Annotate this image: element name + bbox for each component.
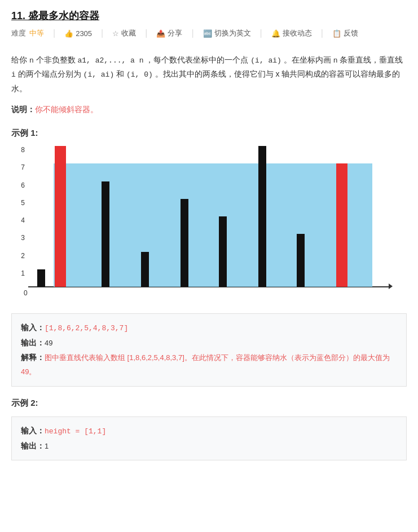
example2-box: 输入：height = [1,1] 输出：1 [11,416,407,460]
likes-item[interactable]: 👍 2305 [64,29,92,38]
translate-label: 切换为英文 [214,28,251,38]
collect-button[interactable]: ☆ 收藏 [112,28,136,38]
y-label-1: 1 [21,269,25,277]
thumbs-up-icon: 👍 [64,29,73,38]
input-label-1: 输入： [21,323,45,332]
y-axis-labels: 8 7 6 5 4 3 2 1 [11,147,27,287]
divider-3: | [145,28,147,38]
input-value-2: height = [1,1] [45,427,106,436]
explain-value-1: 图中垂直线代表输入数组 [1,8,6,2,5,4,8,3,7]。在此情况下，容器… [21,353,390,376]
y-label-7: 7 [21,163,25,171]
y-label-3: 3 [21,234,25,242]
y-label-5: 5 [21,199,25,207]
y-label-8: 8 [21,146,25,154]
bar-3 [141,252,149,287]
difficulty-value: 中等 [29,28,44,38]
divider-5: | [260,28,262,38]
bar-2 [102,181,109,287]
chart-container: 8 7 6 5 4 3 2 1 0 [11,147,395,304]
divider-1: | [53,28,55,38]
bar-0 [37,269,45,287]
bar-8-red [336,163,347,287]
output-label-2: 输出： [21,442,45,450]
output-value-2: 1 [45,442,49,450]
example1-box: 输入：[1,8,6,2,5,4,8,3,7] 输出：49 解释：图中垂直线代表输… [11,313,407,387]
difficulty-label: 难度 [11,28,26,38]
collect-label: 收藏 [121,28,136,38]
zero-label: 0 [24,289,28,297]
example1-explain-row: 解释：图中垂直线代表输入数组 [1,8,6,2,5,4,8,3,7]。在此情况下… [21,351,397,379]
input-label-2: 输入： [21,427,45,435]
divider-4: | [191,28,193,38]
y-label-4: 4 [21,216,25,224]
explain-label-1: 解释： [21,353,45,362]
notify-label: 接收动态 [283,28,312,38]
share-label: 分享 [168,28,182,38]
share-icon: 📤 [156,29,165,38]
y-label-2: 2 [21,252,25,260]
note-label: 说明： [11,105,35,114]
example1-output-row: 输出：49 [21,336,397,351]
translate-button[interactable]: 🔤 切换为英文 [203,28,251,38]
divider-2: | [101,28,103,38]
x-axis-arrow [389,283,393,289]
note-content: 你不能倾斜容器。 [35,105,98,114]
chart-area: 0 [28,147,389,287]
input-value-1: [1,8,6,2,5,4,8,3,7] [45,324,128,333]
example1-input-row: 输入：[1,8,6,2,5,4,8,3,7] [21,321,397,336]
output-label-1: 输出： [21,339,45,347]
feedback-button[interactable]: 📋 反馈 [332,28,358,38]
bar-1-red [55,146,66,287]
problem-description: 给你 n 个非负整数 a1, a2,..., a n ，每个数代表坐标中的一个点… [11,53,407,96]
bar-4 [181,199,188,287]
bar-6 [258,146,266,287]
difficulty-item: 难度 中等 [11,28,44,38]
meta-row: 难度 中等 | 👍 2305 | ☆ 收藏 | 📤 分享 | 🔤 切换为英文 |… [11,28,407,44]
bell-icon: 🔔 [271,29,280,38]
bar-7 [297,234,305,287]
problem-note: 说明：你不能倾斜容器。 [11,103,407,117]
page-title: 11. 盛最多水的容器 [11,9,407,23]
feedback-icon: 📋 [332,29,341,38]
example2-title: 示例 2: [11,398,407,409]
output-value-1: 49 [45,339,52,347]
notify-button[interactable]: 🔔 接收动态 [271,28,312,38]
share-button[interactable]: 📤 分享 [156,28,182,38]
translate-icon: 🔤 [203,29,212,38]
y-label-6: 6 [21,181,25,189]
feedback-label: 反馈 [344,28,358,38]
example1-title: 示例 1: [11,128,407,139]
bar-5 [219,216,227,287]
likes-count: 2305 [76,29,92,38]
example2-output-row: 输出：1 [21,439,397,454]
star-icon: ☆ [112,29,119,38]
example2-input-row: 输入：height = [1,1] [21,424,397,439]
divider-6: | [321,28,323,38]
